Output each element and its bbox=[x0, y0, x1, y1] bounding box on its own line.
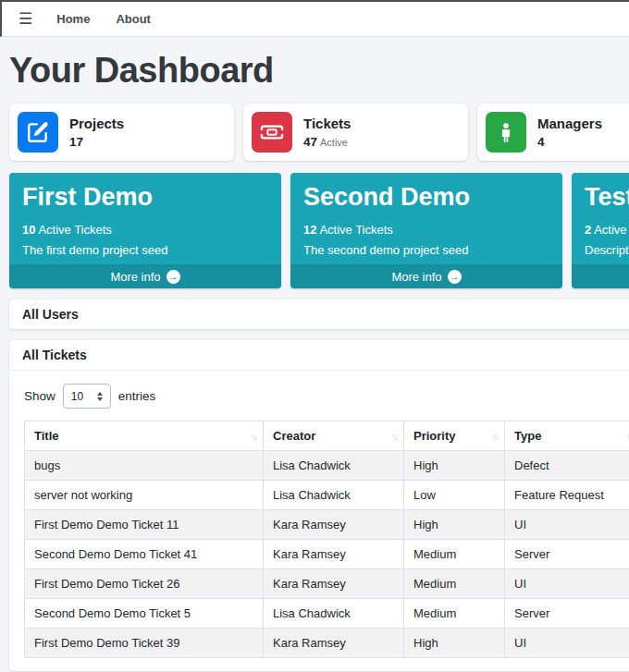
cell-creator: Kara Ramsey bbox=[264, 629, 404, 658]
cell-title: Second Demo Demo Ticket 41 bbox=[25, 540, 264, 569]
more-info-link[interactable]: More info → bbox=[572, 264, 629, 288]
top-navbar: ☰ Home About bbox=[0, 0, 629, 37]
stat-label: Projects bbox=[69, 115, 124, 133]
content-area: Your Dashboard Projects 17 bbox=[0, 51, 629, 671]
stat-label: Managers bbox=[537, 115, 602, 133]
column-header-type[interactable]: Type↑↓ bbox=[505, 422, 629, 451]
project-title: First Demo bbox=[22, 183, 268, 212]
person-icon bbox=[486, 112, 526, 153]
table-row: Second Demo Demo Ticket 5 Lisa Chadwick … bbox=[25, 599, 629, 629]
entries-label: entries bbox=[118, 389, 156, 403]
cell-type: UI bbox=[505, 569, 629, 599]
table-row: server not working Lisa Chadwick Low Fea… bbox=[25, 481, 629, 510]
table-row: bugs Lisa Chadwick High Defect bbox=[25, 451, 629, 481]
stat-value: 17 bbox=[69, 135, 83, 149]
stat-suffix: Active bbox=[320, 137, 348, 148]
project-card-first-demo: First Demo 10 Active Tickets The first d… bbox=[9, 173, 281, 288]
cell-title: First Demo Demo Ticket 26 bbox=[25, 569, 264, 599]
cell-type: Feature Request bbox=[505, 481, 629, 510]
all-users-panel: All Users bbox=[9, 299, 629, 329]
cell-type: Server bbox=[505, 599, 629, 629]
table-row: First Demo Demo Ticket 11 Kara Ramsey Hi… bbox=[25, 510, 629, 540]
entries-select[interactable]: 10 bbox=[63, 384, 111, 409]
project-card-row: First Demo 10 Active Tickets The first d… bbox=[9, 173, 629, 288]
stat-label: Tickets bbox=[303, 115, 351, 133]
project-description: Description bbox=[585, 240, 629, 261]
column-header-priority[interactable]: Priority↑↓ bbox=[404, 422, 505, 451]
cell-type: UI bbox=[505, 629, 629, 658]
arrow-circle-icon: → bbox=[166, 270, 180, 284]
cell-title: First Demo Demo Ticket 39 bbox=[25, 629, 264, 658]
cell-creator: Lisa Chadwick bbox=[264, 599, 404, 629]
stat-card-row: Projects 17 Tickets 47Active bbox=[9, 104, 629, 161]
cell-title: Second Demo Demo Ticket 5 bbox=[25, 599, 264, 629]
table-row: Second Demo Demo Ticket 41 Kara Ramsey M… bbox=[25, 540, 629, 569]
table-row: First Demo Demo Ticket 39 Kara Ramsey Hi… bbox=[25, 629, 629, 658]
cell-type: Defect bbox=[505, 451, 629, 481]
table-row: First Demo Demo Ticket 26 Kara Ramsey Me… bbox=[25, 569, 629, 599]
stat-card-tickets: Tickets 47Active bbox=[243, 104, 468, 161]
column-header-title[interactable]: Title↑↓ bbox=[25, 422, 264, 451]
sort-icon: ↑↓ bbox=[391, 431, 397, 441]
cell-priority: High bbox=[404, 629, 505, 658]
project-active-tickets: 2 Active Tickets bbox=[585, 220, 629, 240]
cell-priority: Low bbox=[404, 481, 505, 510]
project-title: Second Demo bbox=[303, 183, 549, 212]
cell-title: bugs bbox=[25, 451, 264, 481]
cell-type: Server bbox=[505, 540, 629, 569]
arrow-circle-icon: → bbox=[448, 270, 462, 284]
stat-card-projects: Projects 17 bbox=[9, 104, 234, 161]
cell-creator: Kara Ramsey bbox=[264, 540, 404, 569]
cell-title: First Demo Demo Ticket 11 bbox=[25, 510, 264, 540]
all-tickets-panel: All Tickets Show 10 entries Title↑↓ Crea… bbox=[9, 340, 629, 671]
sort-icon: ↑↓ bbox=[251, 431, 256, 441]
show-label: Show bbox=[24, 389, 56, 403]
cell-priority: High bbox=[404, 451, 505, 481]
column-header-creator[interactable]: Creator↑↓ bbox=[264, 422, 404, 451]
nav-link-home[interactable]: Home bbox=[43, 3, 103, 35]
ticket-icon bbox=[252, 112, 292, 153]
cell-creator: Kara Ramsey bbox=[264, 510, 404, 540]
more-info-link[interactable]: More info → bbox=[290, 264, 562, 288]
project-description: The second demo project seed bbox=[303, 240, 549, 261]
select-caret-icon bbox=[97, 392, 103, 401]
cell-priority: Medium bbox=[404, 569, 505, 599]
table-length-control: Show 10 entries bbox=[24, 384, 629, 409]
page-title: Your Dashboard bbox=[9, 51, 629, 91]
stat-card-managers: Managers 4 bbox=[477, 104, 629, 161]
table-header-row: Title↑↓ Creator↑↓ Priority↑↓ Type↑↓ bbox=[25, 422, 629, 451]
cell-type: UI bbox=[505, 510, 629, 540]
tickets-table: Title↑↓ Creator↑↓ Priority↑↓ Type↑↓ bugs… bbox=[24, 421, 629, 658]
stat-value: 4 bbox=[537, 135, 545, 149]
hamburger-menu-icon[interactable]: ☰ bbox=[13, 7, 38, 31]
cell-priority: High bbox=[404, 510, 505, 540]
cell-title: server not working bbox=[25, 481, 264, 510]
project-title: Test bbox=[585, 183, 629, 212]
project-active-tickets: 10 Active Tickets bbox=[22, 220, 268, 240]
cell-priority: Medium bbox=[404, 540, 505, 569]
cell-creator: Lisa Chadwick bbox=[264, 451, 404, 481]
cell-priority: Medium bbox=[404, 599, 505, 629]
stat-value: 47 bbox=[303, 135, 317, 149]
nav-link-about[interactable]: About bbox=[103, 3, 164, 35]
all-users-panel-title: All Users bbox=[9, 299, 629, 329]
project-description: The first demo project seed bbox=[22, 240, 268, 261]
sort-icon: ↑↓ bbox=[492, 431, 498, 441]
cell-creator: Kara Ramsey bbox=[264, 569, 404, 599]
all-tickets-panel-title: All Tickets bbox=[9, 340, 629, 371]
project-card-second-demo: Second Demo 12 Active Tickets The second… bbox=[290, 173, 562, 288]
project-card-test: Test 2 Active Tickets Description More i… bbox=[572, 173, 629, 288]
more-info-link[interactable]: More info → bbox=[9, 264, 281, 288]
project-active-tickets: 12 Active Tickets bbox=[303, 220, 549, 240]
cell-creator: Lisa Chadwick bbox=[264, 481, 404, 510]
edit-icon bbox=[18, 112, 58, 153]
